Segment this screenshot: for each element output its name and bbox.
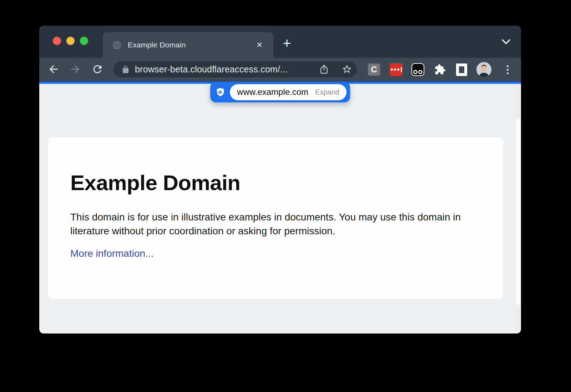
- star-icon: [342, 64, 352, 75]
- isolation-pill: www.example.com Expand: [210, 82, 350, 102]
- expand-button[interactable]: Expand: [315, 88, 339, 96]
- globe-icon: [112, 40, 122, 50]
- chevron-down-icon: [501, 38, 511, 45]
- back-button[interactable]: [46, 62, 61, 77]
- extension-c-button[interactable]: C: [366, 62, 382, 77]
- scrollbar-track[interactable]: [515, 84, 521, 334]
- isolated-host-pill[interactable]: www.example.com Expand: [230, 84, 347, 100]
- share-icon: [319, 64, 329, 75]
- forward-button[interactable]: [68, 62, 83, 77]
- profile-avatar[interactable]: [476, 62, 491, 77]
- traffic-light-maximize[interactable]: [80, 37, 88, 45]
- page-content: www.example.com Expand Example Domain Th…: [39, 84, 521, 334]
- omnibox[interactable]: browser-beta.cloudflareaccess.com/...: [113, 61, 357, 77]
- puzzle-icon: [434, 64, 446, 75]
- back-arrow-icon: [47, 63, 60, 75]
- more-information-link[interactable]: More information...: [70, 248, 153, 259]
- extension-lastpass-button[interactable]: [388, 62, 404, 77]
- goggles-icon: [411, 63, 424, 76]
- traffic-light-minimize[interactable]: [66, 37, 75, 45]
- url-text: browser-beta.cloudflareaccess.com/...: [135, 64, 288, 75]
- example-domain-card: Example Domain This domain is for use in…: [48, 137, 503, 299]
- extensions-menu-button[interactable]: [432, 62, 448, 77]
- frame-icon: [456, 63, 467, 76]
- reload-button[interactable]: [90, 62, 105, 77]
- reload-icon: [91, 63, 103, 75]
- tab-search-button[interactable]: [499, 37, 513, 47]
- new-tab-button[interactable]: +: [279, 35, 295, 51]
- lock-icon[interactable]: [121, 65, 130, 74]
- scrollbar-thumb[interactable]: [515, 118, 521, 305]
- shield-arrow-icon: [216, 87, 225, 97]
- forward-arrow-icon: [69, 63, 81, 75]
- extension-c-icon: C: [368, 63, 380, 76]
- traffic-light-close[interactable]: [53, 37, 61, 45]
- browser-window: Example Domain ✕ +: [39, 26, 521, 334]
- avatar-photo: [476, 62, 491, 77]
- kebab-menu-icon: [507, 65, 509, 67]
- tab-example-domain[interactable]: Example Domain ✕: [103, 32, 273, 58]
- extension-goggles-button[interactable]: [410, 62, 426, 77]
- extension-frame-button[interactable]: [454, 62, 469, 77]
- page-paragraph: This domain is for use in illustrative e…: [70, 210, 484, 238]
- tab-close-button[interactable]: ✕: [253, 39, 266, 51]
- tab-bar: Example Domain ✕ +: [39, 26, 521, 58]
- isolated-host-text: www.example.com: [237, 87, 308, 97]
- browser-menu-button[interactable]: [501, 62, 514, 77]
- share-button[interactable]: [318, 63, 330, 76]
- bookmark-star-button[interactable]: [340, 63, 353, 76]
- tab-title: Example Domain: [128, 41, 186, 49]
- toolbar: browser-beta.cloudflareaccess.com/... C: [39, 58, 521, 81]
- page-title: Example Domain: [70, 172, 503, 194]
- lastpass-icon: [390, 63, 403, 76]
